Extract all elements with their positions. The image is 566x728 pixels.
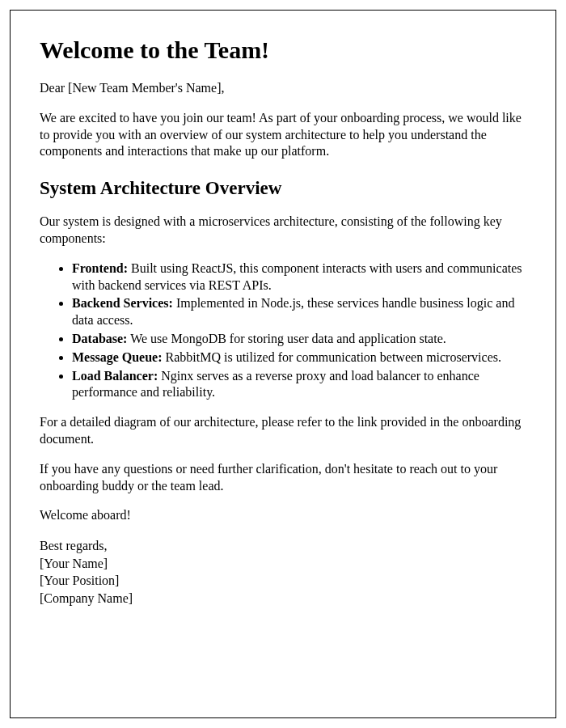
page-title: Welcome to the Team! xyxy=(40,36,526,64)
list-item: Backend Services: Implemented in Node.js… xyxy=(72,295,526,329)
section-heading: System Architecture Overview xyxy=(40,178,526,199)
closing-line: Best regards, xyxy=(40,539,108,552)
component-label: Load Balancer: xyxy=(72,369,158,383)
component-desc: RabbitMQ is utilized for communication b… xyxy=(163,350,501,364)
signoff-block: Best regards, [Your Name] [Your Position… xyxy=(40,537,526,607)
sender-name: [Your Name] xyxy=(40,557,108,570)
list-item: Message Queue: RabbitMQ is utilized for … xyxy=(72,349,526,366)
component-list: Frontend: Built using ReactJS, this comp… xyxy=(40,260,526,401)
component-label: Message Queue: xyxy=(72,350,163,364)
list-item: Load Balancer: Nginx serves as a reverse… xyxy=(72,368,526,402)
component-label: Backend Services: xyxy=(72,296,173,310)
section-intro: Our system is designed with a microservi… xyxy=(40,214,526,248)
intro-paragraph: We are excited to have you join our team… xyxy=(40,110,526,160)
welcome-line: Welcome aboard! xyxy=(40,507,526,524)
list-item: Database: We use MongoDB for storing use… xyxy=(72,331,526,348)
greeting-line: Dear [New Team Member's Name], xyxy=(40,80,526,97)
component-label: Database: xyxy=(72,332,127,345)
component-desc: We use MongoDB for storing user data and… xyxy=(127,332,446,345)
questions-note: If you have any questions or need furthe… xyxy=(40,461,526,495)
document-page: Welcome to the Team! Dear [New Team Memb… xyxy=(10,10,556,718)
company-name: [Company Name] xyxy=(40,591,133,605)
component-desc: Built using ReactJS, this component inte… xyxy=(72,261,522,292)
diagram-note: For a detailed diagram of our architectu… xyxy=(40,414,526,448)
component-label: Frontend: xyxy=(72,261,128,275)
list-item: Frontend: Built using ReactJS, this comp… xyxy=(72,260,526,294)
sender-position: [Your Position] xyxy=(40,574,119,587)
